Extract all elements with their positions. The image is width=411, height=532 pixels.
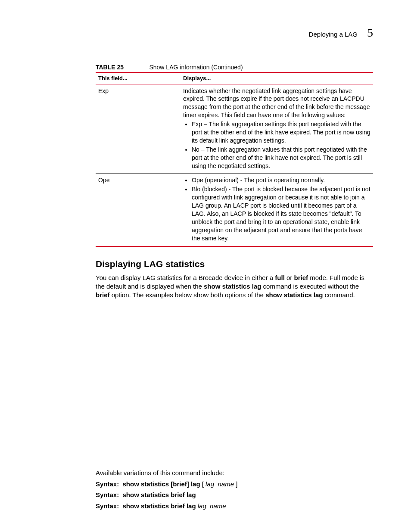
header-title: Deploying a LAG (309, 31, 358, 38)
syntax-label: Syntax: (96, 502, 119, 510)
section-heading: Displaying LAG statistics (96, 259, 373, 269)
text-span: command. (323, 291, 355, 299)
syntax-label: Syntax: (96, 480, 119, 488)
syntax-arg-pre: [ (202, 480, 206, 488)
table-label: TABLE 25 (96, 64, 147, 71)
syntax-arg: lag_name (206, 480, 234, 488)
syntax-line: Syntax: show statistics brief lag lag_na… (96, 501, 373, 512)
syntax-cmd: show statistics [brief] lag (123, 480, 200, 488)
section-paragraph: You can display LAG statistics for a Bro… (96, 274, 373, 300)
variations-block: Available variations of this command inc… (96, 467, 373, 511)
bullet-item: Blo (blocked) - The port is blocked beca… (192, 185, 371, 242)
bold-text: show statistics lag (265, 291, 323, 299)
text-span: option. The examples below show both opt… (110, 291, 266, 299)
bullet-list: Ope (operational) - The port is operatin… (183, 176, 371, 242)
cell-field: Ope (96, 174, 181, 246)
syntax-cmd: show statistics brief lag (123, 491, 196, 498)
row-intro-text: Indicates whether the negotiated link ag… (183, 87, 370, 119)
bullet-list: Exp – The link aggregation settings this… (183, 120, 371, 170)
bullet-item: Ope (operational) - The port is operatin… (192, 176, 371, 184)
bullet-item: Exp – The link aggregation settings this… (192, 120, 371, 145)
text-span: You can display LAG statistics for a Bro… (96, 274, 275, 281)
page-header: Deploying a LAG 5 (96, 26, 373, 40)
bold-text: show statistics lag (204, 283, 261, 290)
bold-text: full (275, 274, 285, 281)
lag-info-table: This field... Displays... Exp Indicates … (96, 72, 373, 247)
cell-displays: Indicates whether the negotiated link ag… (181, 84, 373, 174)
syntax-line: Syntax: show statistics brief lag (96, 489, 373, 501)
cell-displays: Ope (operational) - The port is operatin… (181, 174, 373, 246)
cell-field: Exp (96, 84, 181, 174)
bold-text: brief (96, 291, 110, 299)
page: Deploying a LAG 5 TABLE 25 Show LAG info… (0, 0, 411, 532)
syntax-cmd: show statistics brief lag (123, 502, 196, 510)
table-caption: Show LAG information (Continued) (149, 64, 243, 71)
variations-intro: Available variations of this command inc… (96, 467, 373, 479)
text-span: command is executed without the (261, 283, 359, 290)
syntax-line: Syntax: show statistics [brief] lag [ la… (96, 479, 373, 490)
table-row: Exp Indicates whether the negotiated lin… (96, 84, 373, 174)
col-header-displays: Displays... (181, 72, 373, 84)
table-caption-line: TABLE 25 Show LAG information (Continued… (96, 63, 373, 71)
table-row: Ope Ope (operational) - The port is oper… (96, 174, 373, 246)
chapter-number: 5 (367, 26, 373, 40)
bold-text: brief (294, 274, 308, 281)
col-header-field: This field... (96, 72, 181, 84)
syntax-arg: lag_name (198, 502, 226, 510)
bullet-item: No – The link aggregation values that th… (192, 146, 371, 170)
text-span: or (285, 274, 294, 281)
syntax-label: Syntax: (96, 491, 119, 498)
syntax-arg-post: ] (234, 480, 237, 488)
